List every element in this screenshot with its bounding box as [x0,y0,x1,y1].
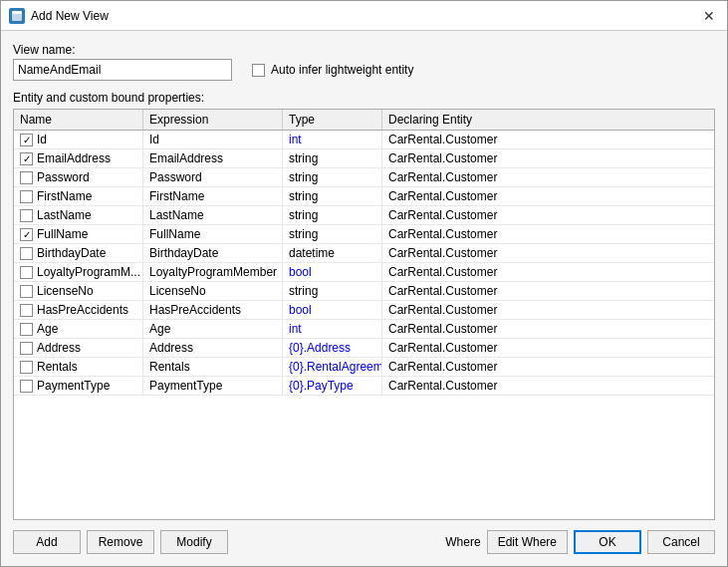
properties-table[interactable]: Name Expression Type Declaring Entity Id… [13,109,715,520]
cell-expression: HasPreAccidents [143,301,283,319]
cell-declaring: CarRental.Customer [382,320,714,338]
cell-name: Rentals [14,358,143,376]
svg-rect-1 [12,11,22,14]
table-row[interactable]: EmailAddressEmailAddressstringCarRental.… [14,149,714,168]
cell-name: Password [14,168,143,186]
cell-expression: FirstName [143,187,283,205]
cell-name: EmailAddress [14,149,143,167]
cell-expression: Id [143,131,283,148]
cell-name: LoyaltyProgramM... [14,263,143,281]
table-row[interactable]: LicenseNoLicenseNostringCarRental.Custom… [14,282,714,301]
cell-name: LastName [14,206,143,224]
cell-name: Id [14,131,143,148]
cell-type: bool [283,263,382,281]
cell-type: {0}.RentalAgreementColle... [283,358,382,376]
cancel-button[interactable]: Cancel [647,530,715,554]
row-checkbox[interactable] [20,266,33,279]
entity-section-label: Entity and custom bound properties: [13,91,715,105]
table-row[interactable]: FirstNameFirstNamestringCarRental.Custom… [14,187,714,206]
table-row[interactable]: PasswordPasswordstringCarRental.Customer [14,168,714,187]
table-header: Name Expression Type Declaring Entity [14,110,714,131]
row-checkbox[interactable] [20,285,33,298]
row-checkbox[interactable] [20,361,33,374]
row-checkbox[interactable] [20,228,33,241]
cell-type: string [283,282,382,300]
cell-type: string [283,187,382,205]
col-header-type: Type [283,110,382,130]
cell-declaring: CarRental.Customer [382,149,714,167]
cell-type: string [283,206,382,224]
cell-declaring: CarRental.Customer [382,339,714,357]
ok-button[interactable]: OK [574,530,641,554]
cell-type: {0}.Address [283,339,382,357]
auto-infer-checkbox[interactable] [252,64,265,77]
table-row[interactable]: BirthdayDateBirthdayDatedatetimeCarRenta… [14,244,714,263]
cell-declaring: CarRental.Customer [382,282,714,300]
dialog-icon [9,8,25,24]
col-header-name: Name [14,110,143,130]
row-checkbox[interactable] [20,152,33,165]
cell-type: int [283,320,382,338]
cell-expression: PaymentType [143,377,283,395]
cell-type: {0}.PayType [283,377,382,395]
row-checkbox[interactable] [20,323,33,336]
cell-expression: Password [143,168,283,186]
table-row[interactable]: AddressAddress{0}.AddressCarRental.Custo… [14,339,714,358]
remove-button[interactable]: Remove [87,530,154,554]
add-button[interactable]: Add [13,530,81,554]
table-row[interactable]: PaymentTypePaymentType{0}.PayTypeCarRent… [14,377,714,396]
cell-declaring: CarRental.Customer [382,263,714,281]
cell-expression: Address [143,339,283,357]
edit-where-button[interactable]: Edit Where [487,530,568,554]
cell-expression: Age [143,320,283,338]
cell-expression: BirthdayDate [143,244,283,262]
cell-type: bool [283,301,382,319]
col-header-declaring: Declaring Entity [382,110,714,130]
table-row[interactable]: HasPreAccidentsHasPreAccidentsboolCarRen… [14,301,714,320]
cell-expression: LastName [143,206,283,224]
table-row[interactable]: LoyaltyProgramM...LoyaltyProgramMemberbo… [14,263,714,282]
cell-type: datetime [283,244,382,262]
table-row[interactable]: AgeAgeintCarRental.Customer [14,320,714,339]
table-row[interactable]: IdIdintCarRental.Customer [14,131,714,149]
row-checkbox[interactable] [20,380,33,393]
cell-expression: Rentals [143,358,283,376]
table-row[interactable]: RentalsRentals{0}.RentalAgreementColle..… [14,358,714,377]
cell-name: BirthdayDate [14,244,143,262]
cell-declaring: CarRental.Customer [382,206,714,224]
cell-declaring: CarRental.Customer [382,168,714,186]
cell-declaring: CarRental.Customer [382,187,714,205]
cell-name: FullName [14,225,143,243]
cell-type: string [283,225,382,243]
cell-expression: FullName [143,225,283,243]
row-checkbox[interactable] [20,134,33,146]
col-header-expression: Expression [143,110,283,130]
title-bar: Add New View ✕ [1,1,727,31]
cell-declaring: CarRental.Customer [382,244,714,262]
view-name-input[interactable] [13,59,232,81]
cell-expression: EmailAddress [143,149,283,167]
cell-name: LicenseNo [14,282,143,300]
auto-infer-section: Auto infer lightweight entity [252,63,413,77]
row-checkbox[interactable] [20,342,33,355]
table-row[interactable]: LastNameLastNamestringCarRental.Customer [14,206,714,225]
cell-name: Age [14,320,143,338]
row-checkbox[interactable] [20,304,33,317]
table-row[interactable]: FullNameFullNamestringCarRental.Customer [14,225,714,244]
dialog-content: View name: Auto infer lightweight entity… [1,31,727,566]
cell-expression: LicenseNo [143,282,283,300]
row-checkbox[interactable] [20,190,33,203]
cell-declaring: CarRental.Customer [382,301,714,319]
dialog-title: Add New View [31,9,699,23]
view-name-label: View name: [13,43,232,57]
bottom-right-buttons: Where Edit Where OK Cancel [445,530,715,554]
row-checkbox[interactable] [20,209,33,222]
cell-expression: LoyaltyProgramMember [143,263,283,281]
close-button[interactable]: ✕ [699,6,719,26]
cell-declaring: CarRental.Customer [382,377,714,395]
cell-name: Address [14,339,143,357]
row-checkbox[interactable] [20,171,33,184]
modify-button[interactable]: Modify [160,530,228,554]
row-checkbox[interactable] [20,247,33,260]
bottom-left-buttons: Add Remove Modify [13,530,228,554]
